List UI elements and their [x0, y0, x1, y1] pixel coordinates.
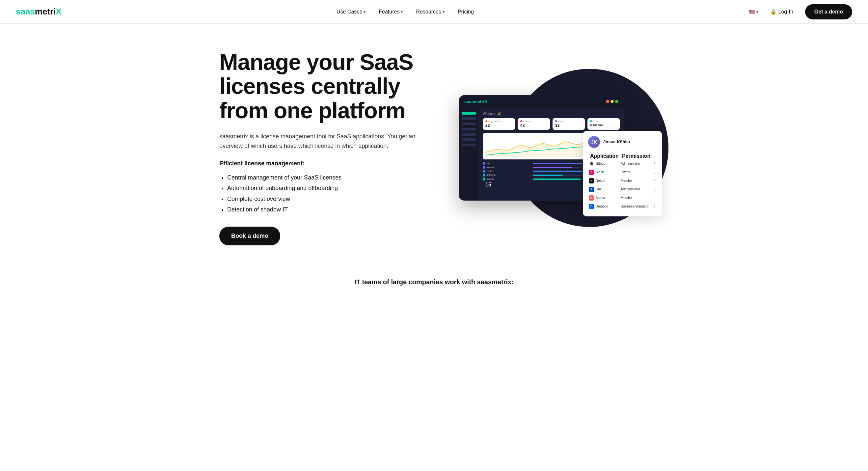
chevron-down-icon: ▾ — [364, 9, 366, 14]
nav-links: Use Cases ▾ Features ▾ Resources ▾ Prici… — [331, 6, 479, 18]
logo-metrix-text: metri — [35, 7, 56, 17]
list-item: Complete cost overview — [227, 194, 434, 204]
dropbox-icon: D — [589, 204, 594, 209]
asana-icon: A — [589, 195, 594, 201]
github-icon: ⬤ — [589, 161, 594, 166]
hero-title: Manage your SaaS licenses centrally from… — [219, 50, 434, 122]
dash-header: saasmetriX — [459, 95, 624, 108]
bar-fill — [533, 178, 581, 180]
sidebar-item — [462, 117, 476, 120]
table-row: JJira Administrator ⋮ — [589, 185, 656, 193]
features-title: Efficient license management: — [219, 160, 434, 167]
stat-dot — [590, 120, 592, 122]
app-dot — [483, 166, 485, 169]
language-selector[interactable]: 🇺🇸 ▾ — [749, 9, 758, 15]
flag-icon: 🇺🇸 — [749, 9, 755, 15]
close-btn — [606, 100, 609, 103]
sidebar-item — [462, 112, 476, 115]
bar-fill — [533, 163, 585, 164]
maximize-btn — [615, 100, 618, 103]
col-application: Application — [589, 153, 620, 159]
table-row: NNotion Member ⋮ — [589, 177, 656, 185]
chevron-down-icon: ▾ — [756, 9, 758, 14]
table-row: ⬤Github Administrator ⋮ — [589, 160, 656, 168]
bar-fill — [533, 175, 563, 176]
table-row: SSlack Owner ⋮ — [589, 168, 656, 176]
hero-features: Efficient license management: Central ma… — [219, 160, 434, 215]
get-demo-button[interactable]: Get a demo — [805, 4, 852, 20]
user-panel: JK Josua Köhler Application Permission ⬤… — [583, 131, 662, 216]
stat-costs: Costs 2,333,52€ — [587, 118, 620, 130]
sidebar-item — [462, 144, 476, 146]
stat-dot — [555, 120, 557, 122]
features-list: Central management of your SaaS licenses… — [219, 172, 434, 215]
nav-right: 🇺🇸 ▾ 🔒 Log-In Get a demo — [749, 4, 852, 20]
list-item: Automation of onboarding and offboarding — [227, 183, 434, 193]
hero-section: Manage your SaaS licenses centrally from… — [204, 24, 664, 265]
nav-features[interactable]: Features ▾ — [373, 6, 408, 18]
dash-logo-text: saasmetriX — [464, 99, 487, 104]
bottom-text: IT teams of large companies work with sa… — [16, 278, 852, 286]
navigation: saasmetriX Use Cases ▾ Features ▾ Resour… — [0, 0, 868, 24]
sidebar-item — [462, 138, 476, 141]
stat-licenses: Licenses 43 — [518, 118, 550, 130]
sidebar-item — [462, 128, 476, 130]
list-item: Central management of your SaaS licenses — [227, 172, 434, 183]
sidebar-item — [462, 133, 476, 136]
permissions-table: Application Permission ⬤Github Administr… — [588, 152, 657, 211]
jira-icon: J — [589, 187, 594, 192]
notion-icon: N — [589, 178, 594, 183]
stat-users: Users 32 — [553, 118, 585, 130]
table-row: DDropbox Business-Standard ⋮ — [589, 203, 656, 210]
bottom-section: IT teams of large companies work with sa… — [0, 265, 868, 293]
slack-icon: S — [589, 170, 594, 175]
dash-welcome: Welcome 🎉 — [483, 112, 620, 116]
stat-applications: Applications 22 — [483, 118, 515, 130]
app-dot — [483, 162, 485, 165]
user-name: Josua Köhler — [603, 139, 630, 144]
app-dot — [483, 178, 485, 180]
logo-saas-text: saas — [16, 7, 35, 17]
window-controls — [606, 100, 618, 103]
bar-fill — [533, 167, 572, 168]
stat-dot — [520, 120, 522, 122]
brand-logo[interactable]: saasmetriX — [16, 7, 62, 17]
book-demo-button[interactable]: Book a demo — [219, 227, 280, 245]
user-header: JK Josua Köhler — [588, 136, 657, 148]
nav-use-cases[interactable]: Use Cases ▾ — [331, 6, 371, 18]
hero-left: Manage your SaaS licenses centrally from… — [219, 50, 434, 245]
chevron-down-icon: ▾ — [401, 9, 403, 14]
hero-right: saasmetriX Welcome 🎉 — [447, 65, 662, 230]
user-avatar: JK — [588, 136, 600, 148]
stat-dot — [485, 120, 487, 122]
nav-resources[interactable]: Resources ▾ — [411, 6, 450, 18]
table-row: AAsana Member ⋮ — [589, 194, 656, 202]
logo-x-text: X — [56, 7, 61, 17]
list-item: Detection of shadow IT — [227, 204, 434, 215]
app-dot — [483, 170, 485, 173]
dash-sidebar — [459, 108, 479, 200]
app-dot — [483, 174, 485, 177]
hero-description: saasmetrix is a license management tool … — [219, 132, 417, 151]
login-button[interactable]: 🔒 Log-In — [765, 6, 799, 18]
sidebar-item — [462, 122, 476, 125]
col-permission: Permission — [621, 153, 652, 159]
stats-row: Applications 22 Licenses 43 Users 32 C — [483, 118, 620, 130]
nav-pricing[interactable]: Pricing — [453, 6, 479, 18]
minimize-btn — [611, 100, 614, 103]
chevron-down-icon: ▾ — [442, 9, 444, 14]
